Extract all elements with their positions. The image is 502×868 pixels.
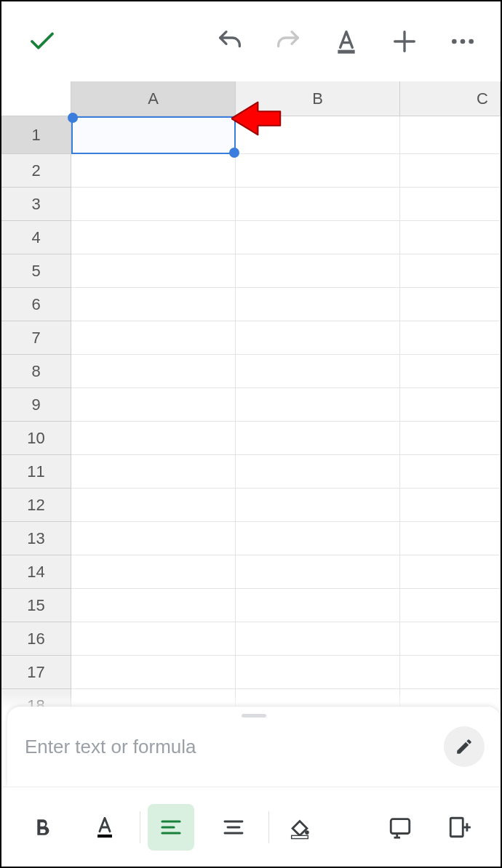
text-color-button[interactable] [324, 20, 368, 63]
svg-point-3 [452, 39, 457, 44]
cell-C2[interactable] [400, 154, 501, 188]
cell-A15[interactable] [71, 589, 236, 622]
edit-button[interactable] [444, 726, 485, 767]
row-header-13[interactable]: 13 [1, 522, 71, 555]
cell-B13[interactable] [236, 522, 400, 555]
cell-A1[interactable] [71, 116, 236, 154]
cell-B3[interactable] [236, 188, 400, 221]
cell-B7[interactable] [236, 321, 400, 355]
cell-A4[interactable] [71, 221, 236, 254]
cell-A3[interactable] [71, 188, 236, 221]
svg-rect-19 [450, 818, 463, 837]
cell-C15[interactable] [400, 589, 501, 622]
cell-B15[interactable] [236, 589, 400, 622]
cell-C8[interactable] [400, 355, 501, 388]
svg-rect-15 [292, 835, 308, 838]
cell-B9[interactable] [236, 388, 400, 422]
row-header-12[interactable]: 12 [1, 489, 71, 522]
row-header-14[interactable]: 14 [1, 555, 71, 589]
text-color-button-bottom[interactable] [81, 804, 128, 851]
insert-button[interactable] [437, 804, 483, 851]
cell-A9[interactable] [71, 388, 236, 422]
cell-C17[interactable] [400, 656, 501, 689]
row-header-7[interactable]: 7 [1, 321, 71, 355]
formula-input[interactable] [23, 735, 432, 759]
cell-C11[interactable] [400, 455, 501, 489]
cell-C14[interactable] [400, 555, 501, 589]
cell-B17[interactable] [236, 656, 400, 689]
cell-A13[interactable] [71, 522, 236, 555]
row-header-11[interactable]: 11 [1, 455, 71, 489]
cell-A16[interactable] [71, 622, 236, 656]
row-header-16[interactable]: 16 [1, 622, 71, 656]
row-header-10[interactable]: 10 [1, 422, 71, 455]
toolbar-divider [268, 811, 269, 843]
column-header-A[interactable]: A [71, 81, 236, 116]
bold-button[interactable] [19, 804, 65, 851]
cell-C13[interactable] [400, 522, 501, 555]
more-button[interactable] [441, 20, 485, 63]
cell-A10[interactable] [71, 422, 236, 455]
accept-button[interactable] [20, 20, 64, 63]
cell-A2[interactable] [71, 154, 236, 188]
fill-color-button[interactable] [276, 804, 323, 851]
cell-C3[interactable] [400, 188, 501, 221]
cell-B8[interactable] [236, 355, 400, 388]
column-headers: A B C [1, 81, 501, 116]
cell-A11[interactable] [71, 455, 236, 489]
cell-B11[interactable] [236, 455, 400, 489]
align-center-button[interactable] [210, 804, 257, 851]
insert-comment-button[interactable] [377, 804, 423, 851]
cell-A12[interactable] [71, 489, 236, 522]
row-header-3[interactable]: 3 [1, 188, 71, 221]
cell-C5[interactable] [400, 254, 501, 288]
spreadsheet-grid[interactable]: A B C 1 2 3 4 5 6 7 8 9 10 11 12 13 14 1… [1, 81, 501, 711]
align-left-button[interactable] [148, 804, 194, 851]
cell-B5[interactable] [236, 254, 400, 288]
cell-C1[interactable] [400, 116, 501, 154]
row-header-1[interactable]: 1 [1, 116, 71, 154]
cell-A7[interactable] [71, 321, 236, 355]
text-color-icon [92, 815, 117, 840]
row-header-15[interactable]: 15 [1, 589, 71, 622]
cell-C12[interactable] [400, 489, 501, 522]
cell-C4[interactable] [400, 221, 501, 254]
cell-A17[interactable] [71, 656, 236, 689]
redo-button[interactable] [266, 20, 310, 63]
column-header-B[interactable]: B [236, 81, 400, 116]
cell-B2[interactable] [236, 154, 400, 188]
cell-B10[interactable] [236, 422, 400, 455]
cell-B4[interactable] [236, 221, 400, 254]
cell-C10[interactable] [400, 422, 501, 455]
cell-B14[interactable] [236, 555, 400, 589]
select-all-corner[interactable] [1, 81, 71, 116]
cell-C16[interactable] [400, 622, 501, 656]
cell-A8[interactable] [71, 355, 236, 388]
cell-B6[interactable] [236, 288, 400, 321]
cell-A5[interactable] [71, 254, 236, 288]
undo-button[interactable] [208, 20, 252, 63]
panel-drag-handle[interactable] [242, 714, 266, 718]
cell-C9[interactable] [400, 388, 501, 422]
row-header-17[interactable]: 17 [1, 656, 71, 689]
cell-A6[interactable] [71, 288, 236, 321]
fill-color-icon [287, 815, 312, 840]
cell-C6[interactable] [400, 288, 501, 321]
text-color-icon [332, 27, 361, 56]
cell-A14[interactable] [71, 555, 236, 589]
row-header-9[interactable]: 9 [1, 388, 71, 422]
add-button[interactable] [383, 20, 426, 63]
row-header-6[interactable]: 6 [1, 288, 71, 321]
undo-icon [215, 27, 244, 56]
check-icon [27, 26, 57, 57]
row-header-8[interactable]: 8 [1, 355, 71, 388]
row-header-2[interactable]: 2 [1, 154, 71, 188]
row-header-5[interactable]: 5 [1, 254, 71, 288]
column-header-C[interactable]: C [400, 81, 501, 116]
svg-rect-0 [338, 50, 354, 54]
row-header-4[interactable]: 4 [1, 221, 71, 254]
cell-B12[interactable] [236, 489, 400, 522]
cell-B1[interactable] [236, 116, 400, 154]
cell-C7[interactable] [400, 321, 501, 355]
cell-B16[interactable] [236, 622, 400, 656]
